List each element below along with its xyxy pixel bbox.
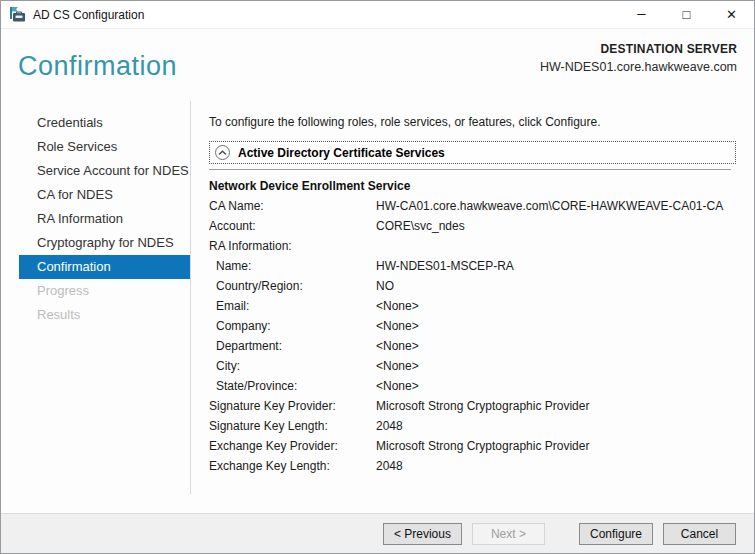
section-separator (209, 169, 731, 170)
wizard-header: Confirmation DESTINATION SERVER HW-NDES0… (1, 29, 754, 101)
row-label: Department: (209, 339, 376, 353)
row-value: CORE\svc_ndes (376, 219, 465, 233)
ndes-section-heading: Network Device Enrollment Service (209, 179, 736, 193)
row-value: <None> (376, 319, 419, 333)
adcs-expander-header[interactable]: Active Directory Certificate Services (209, 141, 736, 164)
row-label: CA Name: (209, 199, 376, 213)
table-row: Company: <None> (209, 316, 736, 336)
row-label: Exchange Key Provider: (209, 439, 376, 453)
confirmation-content: To configure the following roles, role s… (191, 101, 754, 513)
row-value: 2048 (376, 419, 403, 433)
row-label: Email: (209, 299, 376, 313)
row-value: HW-CA01.core.hawkweave.com\CORE-HAWKWEAV… (376, 199, 723, 213)
destination-server-name: HW-NDES01.core.hawkweave.com (540, 60, 737, 74)
row-value: <None> (376, 359, 419, 373)
sidebar-item-role-services[interactable]: Role Services (1, 135, 191, 159)
wizard-step-sidebar: Credentials Role Services Service Accoun… (1, 101, 191, 513)
row-label: City: (209, 359, 376, 373)
row-value: <None> (376, 299, 419, 313)
sidebar-item-results: Results (1, 303, 191, 327)
configuration-summary-table: CA Name: HW-CA01.core.hawkweave.com\CORE… (209, 196, 736, 476)
row-value: NO (376, 279, 394, 293)
chevron-up-circle-icon[interactable] (215, 145, 230, 160)
table-row: Account: CORE\svc_ndes (209, 216, 736, 236)
sidebar-item-progress: Progress (1, 279, 191, 303)
window-title: AD CS Configuration (33, 8, 144, 22)
row-value: Microsoft Strong Cryptographic Provider (376, 439, 589, 453)
table-row: Department: <None> (209, 336, 736, 356)
sidebar-item-cryptography[interactable]: Cryptography for NDES (1, 231, 191, 255)
table-row: RA Information: (209, 236, 736, 256)
cancel-button[interactable]: Cancel (663, 523, 736, 545)
table-row: Email: <None> (209, 296, 736, 316)
destination-block: DESTINATION SERVER HW-NDES01.core.hawkwe… (540, 42, 737, 74)
expander-title: Active Directory Certificate Services (238, 146, 445, 160)
configure-button[interactable]: Configure (579, 523, 653, 545)
row-label: Signature Key Length: (209, 419, 376, 433)
intro-text: To configure the following roles, role s… (209, 114, 736, 130)
sidebar-item-credentials[interactable]: Credentials (1, 111, 191, 135)
adcs-app-icon (9, 6, 26, 23)
title-bar: AD CS Configuration – □ ✕ (1, 1, 754, 29)
table-row: State/Province: <None> (209, 376, 736, 396)
row-label: Country/Region: (209, 279, 376, 293)
window-controls: – □ ✕ (619, 1, 754, 29)
row-label: Signature Key Provider: (209, 399, 376, 413)
row-value: Microsoft Strong Cryptographic Provider (376, 399, 589, 413)
close-button[interactable]: ✕ (709, 1, 754, 29)
wizard-body: Credentials Role Services Service Accoun… (1, 101, 754, 513)
minimize-button[interactable]: – (619, 1, 664, 29)
table-row: City: <None> (209, 356, 736, 376)
table-row: Exchange Key Provider: Microsoft Strong … (209, 436, 736, 456)
sidebar-item-ra-information[interactable]: RA Information (1, 207, 191, 231)
maximize-button[interactable]: □ (664, 1, 709, 29)
table-row: Signature Key Provider: Microsoft Strong… (209, 396, 736, 416)
row-value: 2048 (376, 459, 403, 473)
row-value: HW-NDES01-MSCEP-RA (376, 259, 514, 273)
sidebar-item-ca-for-ndes[interactable]: CA for NDES (1, 183, 191, 207)
table-row: CA Name: HW-CA01.core.hawkweave.com\CORE… (209, 196, 736, 216)
table-row: Country/Region: NO (209, 276, 736, 296)
row-value: <None> (376, 339, 419, 353)
sidebar-item-confirmation[interactable]: Confirmation (19, 255, 191, 279)
row-value: <None> (376, 379, 419, 393)
adcs-configuration-window: AD CS Configuration – □ ✕ Confirmation D… (0, 0, 755, 554)
row-label: Account: (209, 219, 376, 233)
row-label: Name: (209, 259, 376, 273)
wizard-footer: < Previous Next > Configure Cancel (1, 513, 754, 553)
page-title: Confirmation (18, 51, 177, 82)
sidebar-item-service-account[interactable]: Service Account for NDES (1, 159, 191, 183)
row-label: Company: (209, 319, 376, 333)
next-button: Next > (472, 523, 545, 545)
destination-server-label: DESTINATION SERVER (540, 42, 737, 56)
table-row: Name: HW-NDES01-MSCEP-RA (209, 256, 736, 276)
table-row: Exchange Key Length: 2048 (209, 456, 736, 476)
previous-button[interactable]: < Previous (383, 523, 462, 545)
table-row: Signature Key Length: 2048 (209, 416, 736, 436)
row-label: Exchange Key Length: (209, 459, 376, 473)
row-label: State/Province: (209, 379, 376, 393)
row-label: RA Information: (209, 239, 376, 253)
